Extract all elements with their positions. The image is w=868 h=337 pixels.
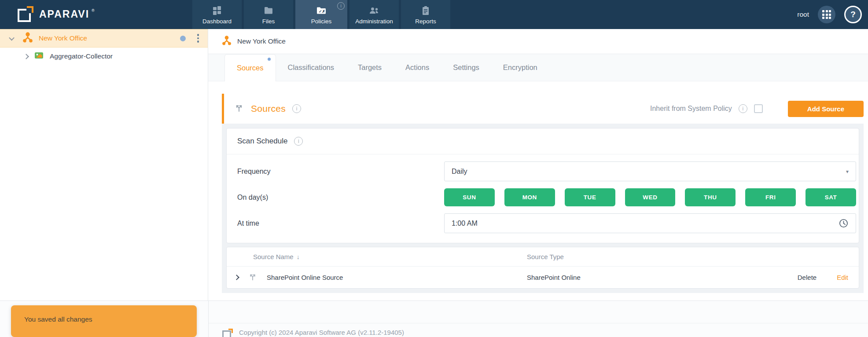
tab-label: Settings <box>453 63 479 72</box>
sources-header-right: Inherit from System Policy i Add Source <box>650 101 864 117</box>
tab-label: Targets <box>358 63 382 72</box>
table-header-row: Source Name ↓ Source Type <box>227 247 859 267</box>
sources-table-card: Source Name ↓ Source Type SharePoint Onl… <box>226 247 859 289</box>
policies-info-badge-icon[interactable]: i <box>337 2 345 10</box>
tab-encryption[interactable]: Encryption <box>491 54 549 81</box>
kebab-menu-icon[interactable] <box>195 32 201 44</box>
at-time-label: At time <box>237 220 444 227</box>
sources-panel-body: Scan Schedule i Frequency Daily ▾ <box>222 124 864 293</box>
tab-sources[interactable]: Sources <box>224 54 276 81</box>
tab-actions[interactable]: Actions <box>394 54 441 81</box>
sources-title: Sources <box>251 103 286 114</box>
frequency-select[interactable]: Daily ▾ <box>444 161 856 181</box>
source-name: SharePoint Online Source <box>267 274 343 281</box>
breadcrumb: New York Office <box>208 29 868 54</box>
copyright-row: Copyright (c) 2024 Aparavi Software AG (… <box>209 323 868 337</box>
nav-policies[interactable]: i ✓✗ Policies <box>295 0 347 29</box>
day-button-tue[interactable]: TUE <box>565 188 615 206</box>
day-buttons: SUN MON TUE WED THU FRI SAT <box>444 188 856 206</box>
logo-bracket-orange <box>27 6 33 13</box>
administration-icon <box>368 5 380 16</box>
nav-reports[interactable]: Reports <box>401 0 450 29</box>
tab-targets[interactable]: Targets <box>346 54 394 81</box>
column-header-label: Source Name <box>253 253 294 260</box>
delete-link[interactable]: Delete <box>798 274 817 281</box>
expand-row-icon[interactable] <box>234 275 239 280</box>
apps-grid-icon[interactable] <box>818 6 835 23</box>
inherit-label: Inherit from System Policy <box>650 105 732 113</box>
aparavi-footer-logo-icon <box>222 329 233 337</box>
chevron-down-icon[interactable] <box>9 35 15 40</box>
at-time-row: At time 1:00 AM <box>227 210 859 237</box>
policies-icon: ✓✗ <box>316 5 327 16</box>
day-button-sun[interactable]: SUN <box>444 188 495 206</box>
aparavi-logo[interactable]: APARAVI ® <box>18 6 98 22</box>
sources-title-group: Sources i <box>234 103 301 115</box>
source-type: SharePoint Online <box>527 274 798 281</box>
day-button-sat[interactable]: SAT <box>805 188 856 206</box>
copyright-text: Copyright (c) 2024 Aparavi Software AG (… <box>239 329 404 336</box>
on-days-row: On day(s) SUN MON TUE WED THU FRI SAT <box>227 185 859 210</box>
day-button-fri[interactable]: FRI <box>745 188 796 206</box>
chevron-right-icon[interactable] <box>23 54 29 59</box>
tab-label: Actions <box>405 63 429 72</box>
tab-label: Classifications <box>288 63 334 72</box>
clock-icon[interactable] <box>839 218 849 228</box>
tree-node-label: New York Office <box>39 34 87 42</box>
frequency-value: Daily <box>452 168 467 176</box>
top-nav-bar: APARAVI ® Dashboard Files i ✓✗ <box>0 0 868 29</box>
branch-icon <box>234 103 244 115</box>
time-value: 1:00 AM <box>452 220 478 227</box>
column-header-source-name[interactable]: Source Name ↓ <box>253 253 527 260</box>
aggregator-collector-icon <box>34 51 44 61</box>
scan-schedule-title: Scan Schedule <box>237 137 287 146</box>
day-button-thu[interactable]: THU <box>685 188 736 206</box>
logo-text: APARAVI <box>39 8 89 20</box>
platform-node-icon <box>222 36 232 47</box>
branch-icon <box>248 272 257 283</box>
tab-settings[interactable]: Settings <box>441 54 491 81</box>
info-icon[interactable]: i <box>294 137 303 146</box>
aparavi-logo-icon <box>18 6 33 22</box>
logo-registered-mark: ® <box>92 8 95 13</box>
column-header-source-type[interactable]: Source Type <box>527 253 564 260</box>
select-arrow-icon: ▾ <box>846 168 849 175</box>
info-icon[interactable]: i <box>739 104 747 113</box>
save-toast: You saved all changes <box>11 305 197 337</box>
scan-schedule-body: Frequency Daily ▾ On day(s) <box>227 154 859 243</box>
tab-unsaved-dot <box>268 58 271 61</box>
nav-files[interactable]: Files <box>244 0 293 29</box>
dashboard-icon <box>212 5 222 16</box>
scan-schedule-card: Scan Schedule i Frequency Daily ▾ <box>226 128 859 243</box>
tree-node-aggregator-collector[interactable]: Aggregator-Collector <box>0 48 208 65</box>
day-button-wed[interactable]: WED <box>625 188 676 206</box>
tab-label: Sources <box>237 64 264 72</box>
add-source-button[interactable]: Add Source <box>788 101 864 117</box>
tree-node-new-york-office[interactable]: New York Office <box>0 29 208 48</box>
on-days-label: On day(s) <box>237 194 444 201</box>
main-content: New York Office Sources Classifications … <box>208 29 868 300</box>
sort-descending-icon: ↓ <box>297 253 300 260</box>
svg-text:✓✗: ✓✗ <box>319 9 325 13</box>
table-row: SharePoint Online Source SharePoint Onli… <box>227 267 859 288</box>
user-menu[interactable]: root <box>797 11 809 18</box>
time-input[interactable]: 1:00 AM <box>444 213 856 233</box>
inherit-checkbox[interactable] <box>754 104 763 113</box>
help-icon[interactable]: ? <box>844 6 862 23</box>
primary-nav: Dashboard Files i ✓✗ Policies Administra <box>192 0 450 29</box>
edit-link[interactable]: Edit <box>837 274 848 281</box>
tree-node-label: Aggregator-Collector <box>50 52 113 60</box>
sources-panel: Sources i Inherit from System Policy i A… <box>208 81 868 293</box>
info-icon[interactable]: i <box>292 104 301 113</box>
grid-dots <box>822 10 831 19</box>
day-button-mon[interactable]: MON <box>504 188 555 206</box>
aparavi-app: APARAVI ® Dashboard Files i ✓✗ <box>0 0 868 337</box>
nav-dashboard[interactable]: Dashboard <box>192 0 242 29</box>
row-actions: Delete Edit <box>798 274 848 281</box>
tab-classifications[interactable]: Classifications <box>276 54 346 81</box>
nav-administration[interactable]: Administration <box>349 0 399 29</box>
frequency-row: Frequency Daily ▾ <box>227 158 859 185</box>
files-icon <box>263 5 274 16</box>
tab-label: Encryption <box>503 63 537 72</box>
tree-sidebar: New York Office Aggregator-Collector <box>0 29 208 300</box>
